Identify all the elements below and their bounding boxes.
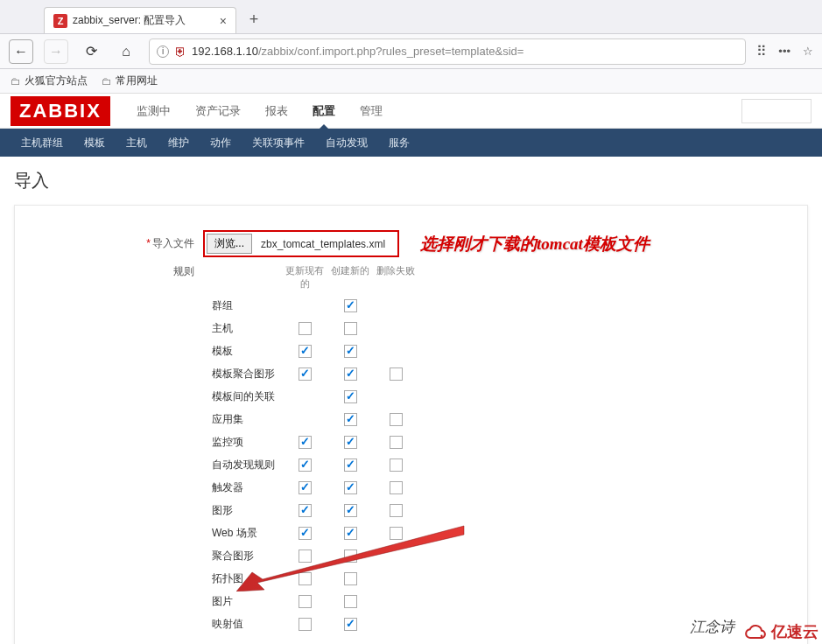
bookmark-star-icon[interactable]: ☆ — [803, 45, 813, 58]
checkbox-update[interactable] — [299, 345, 312, 358]
rule-label: 图形 — [32, 503, 282, 518]
header-search-box[interactable] — [741, 99, 811, 123]
browser-tab[interactable]: Z zabbix_server: 配置导入 × — [44, 7, 236, 33]
rule-label: 监控项 — [32, 435, 282, 450]
zabbix-header: ZABBIX 监测中资产记录报表配置管理 — [0, 94, 822, 129]
checkbox-delete[interactable] — [390, 504, 403, 517]
checkbox-delete[interactable] — [390, 368, 403, 381]
annotation-text: 选择刚才下载的tomcat模板文件 — [420, 233, 650, 256]
checkbox-update[interactable] — [299, 368, 312, 381]
main-nav-item[interactable]: 报表 — [253, 94, 300, 128]
close-icon[interactable]: × — [220, 14, 227, 28]
checkbox-delete[interactable] — [390, 458, 403, 472]
zabbix-logo[interactable]: ZABBIX — [11, 96, 110, 126]
checkbox-create[interactable] — [344, 618, 357, 631]
rule-label: 触发器 — [32, 480, 282, 495]
qr-icon[interactable]: ⠿ — [756, 43, 766, 60]
sub-nav-item[interactable]: 模板 — [74, 128, 116, 158]
rule-row: 自动发现规则 — [32, 453, 790, 476]
sub-nav-item[interactable]: 主机 — [116, 128, 158, 158]
sub-nav-item[interactable]: 服务 — [378, 128, 420, 158]
sub-nav-item[interactable]: 动作 — [200, 128, 242, 158]
folder-icon: 🗀 — [11, 75, 21, 88]
bookmark-item[interactable]: 🗀 火狐官方站点 — [11, 74, 88, 88]
home-button[interactable]: ⌂ — [114, 39, 138, 64]
rule-label: 模板间的关联 — [32, 389, 282, 404]
checkbox-update[interactable] — [299, 458, 312, 472]
sub-nav-item[interactable]: 主机群组 — [11, 128, 74, 158]
checkbox-delete[interactable] — [390, 527, 403, 540]
checkbox-create[interactable] — [344, 436, 357, 449]
rule-label: 模板聚合图形 — [32, 367, 282, 382]
checkbox-create[interactable] — [344, 458, 357, 472]
tab-title: zabbix_server: 配置导入 — [73, 13, 220, 28]
browser-tabstrip: Z zabbix_server: 配置导入 × + — [0, 0, 822, 34]
rule-row: 模板 — [32, 340, 790, 362]
checkbox-delete[interactable] — [390, 413, 403, 426]
checkbox-create[interactable] — [344, 481, 357, 494]
checkbox-create[interactable] — [344, 527, 357, 540]
more-icon[interactable]: ••• — [778, 45, 790, 58]
checkbox-create[interactable] — [344, 595, 357, 608]
info-icon[interactable]: i — [157, 46, 169, 58]
rule-row: 监控项 — [32, 430, 790, 453]
new-tab-button[interactable]: + — [242, 7, 266, 32]
rule-label: 主机 — [32, 321, 282, 336]
shield-icon[interactable]: ⛨ — [174, 45, 186, 59]
rule-row: 图形 — [32, 499, 790, 522]
checkbox-update[interactable] — [299, 618, 312, 631]
sub-nav-item[interactable]: 关联项事件 — [242, 128, 315, 158]
checkbox-create[interactable] — [344, 345, 357, 358]
main-nav-item[interactable]: 监测中 — [124, 94, 183, 128]
selected-file-name: zbx_tomcat_templates.xml — [252, 236, 396, 252]
checkbox-update[interactable] — [299, 322, 312, 335]
sub-nav-item[interactable]: 维护 — [158, 128, 200, 158]
rules-label: 规则 — [32, 264, 203, 279]
browser-toolbar: ← → ⟳ ⌂ i ⛨ 192.168.1.10/zabbix/conf.imp… — [0, 34, 822, 69]
checkbox-update[interactable] — [299, 481, 312, 494]
checkbox-create[interactable] — [344, 413, 357, 426]
rule-row: 群组 — [32, 294, 790, 317]
checkbox-create[interactable] — [344, 550, 357, 563]
checkbox-delete[interactable] — [390, 436, 403, 449]
rule-row: Web 场景 — [32, 522, 790, 544]
checkbox-update[interactable] — [299, 572, 312, 585]
cloud-icon — [743, 622, 768, 641]
rule-row: 模板聚合图形 — [32, 362, 790, 385]
checkbox-update[interactable] — [299, 527, 312, 540]
url-text: 192.168.1.10/zabbix/conf.import.php?rule… — [192, 45, 738, 58]
rule-label: 应用集 — [32, 412, 282, 427]
main-nav: 监测中资产记录报表配置管理 — [124, 94, 395, 128]
sub-nav-item[interactable]: 自动发现 — [315, 128, 378, 158]
svg-point-1 — [761, 635, 763, 638]
checkbox-update[interactable] — [299, 595, 312, 608]
main-nav-item[interactable]: 管理 — [348, 94, 395, 128]
rule-row: 图片 — [32, 590, 790, 612]
checkbox-create[interactable] — [344, 390, 357, 403]
checkbox-create[interactable] — [344, 368, 357, 381]
checkbox-update[interactable] — [299, 504, 312, 517]
checkbox-create[interactable] — [344, 572, 357, 585]
forward-button[interactable]: → — [44, 39, 68, 64]
checkbox-create[interactable] — [344, 299, 357, 312]
url-bar[interactable]: i ⛨ 192.168.1.10/zabbix/conf.import.php?… — [149, 38, 746, 65]
rule-row: 触发器 — [32, 476, 790, 499]
back-button[interactable]: ← — [9, 39, 33, 64]
rule-row: 模板间的关联 — [32, 385, 790, 408]
checkbox-delete[interactable] — [390, 481, 403, 494]
checkbox-create[interactable] — [344, 504, 357, 517]
file-label: *导入文件 — [32, 236, 203, 251]
checkbox-update[interactable] — [299, 436, 312, 449]
rule-row: 主机 — [32, 317, 790, 340]
bookmark-item[interactable]: 🗀 常用网址 — [102, 74, 158, 88]
rule-label: 自动发现规则 — [32, 458, 282, 472]
browse-button[interactable]: 浏览... — [207, 234, 252, 254]
reload-button[interactable]: ⟳ — [79, 39, 103, 64]
file-select-box: 浏览... zbx_tomcat_templates.xml — [203, 230, 399, 257]
rule-row: 聚合图形 — [32, 544, 790, 567]
main-nav-item[interactable]: 配置 — [300, 94, 348, 128]
rule-row: 映射值 — [32, 612, 790, 635]
main-nav-item[interactable]: 资产记录 — [183, 94, 253, 128]
checkbox-create[interactable] — [344, 322, 357, 335]
checkbox-update[interactable] — [299, 550, 312, 563]
